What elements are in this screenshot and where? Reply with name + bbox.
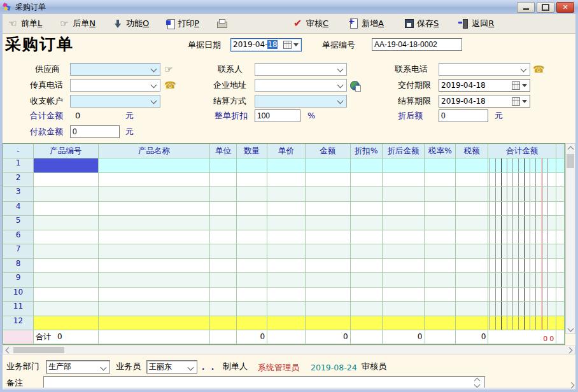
cell-code-row9[interactable] <box>34 273 99 288</box>
cell-tax-row6[interactable] <box>456 230 488 245</box>
cell-taxrate-row4[interactable] <box>425 202 456 216</box>
toolbar-button-prev-doc[interactable]: 前单L <box>6 17 44 31</box>
cell-money-row1[interactable] <box>488 158 556 173</box>
cell-unit-row5[interactable] <box>210 216 237 230</box>
settlement-combo[interactable] <box>255 95 347 108</box>
scroll-left-icon[interactable] <box>6 347 12 354</box>
phone-icon[interactable]: ☎ <box>533 64 544 75</box>
cell-code-row11[interactable] <box>34 302 99 316</box>
doc-no-input[interactable] <box>372 38 462 51</box>
toolbar-button-back[interactable]: 返回R <box>457 17 496 31</box>
cell-money-row4[interactable] <box>488 202 556 216</box>
cell-tax-row2[interactable] <box>456 173 488 188</box>
cell-name-row7[interactable] <box>99 244 211 259</box>
row-header-7[interactable]: 7 <box>3 244 34 259</box>
cell-name-row10[interactable] <box>99 288 211 302</box>
cell-discamt-row6[interactable] <box>383 230 425 245</box>
cell-qty-row12[interactable] <box>237 316 267 331</box>
cell-name-row6[interactable] <box>99 230 211 245</box>
cell-price-row10[interactable] <box>267 288 306 302</box>
cell-unit-row10[interactable] <box>210 288 237 302</box>
grid-corner-cell[interactable]: - <box>3 144 34 158</box>
delivery-deadline-field[interactable]: 2019-04-18 <box>439 79 530 92</box>
cell-unit-row7[interactable] <box>210 244 237 259</box>
cell-qty-row2[interactable] <box>237 173 267 188</box>
vertical-scrollbar[interactable] <box>565 143 575 334</box>
order-discount-input[interactable] <box>255 109 300 122</box>
cell-discamt-row2[interactable] <box>383 173 425 188</box>
cell-tax-row11[interactable] <box>456 302 488 316</box>
cell-disc-row8[interactable] <box>351 259 383 274</box>
salesperson-lookup-dots[interactable]: . . <box>202 363 216 372</box>
toolbar-button-functions[interactable]: 功能O <box>111 17 151 31</box>
toolbar-button-next-doc[interactable]: 后单N <box>58 17 97 31</box>
cell-unit-row4[interactable] <box>210 202 237 216</box>
cell-price-row4[interactable] <box>267 202 306 216</box>
cell-code-row1[interactable] <box>34 158 99 173</box>
cell-price-row11[interactable] <box>267 302 306 316</box>
scroll-up-icon[interactable] <box>568 146 574 153</box>
cell-money-row9[interactable] <box>488 273 556 288</box>
contact-phone-combo[interactable] <box>439 63 530 76</box>
payment-amount-input[interactable] <box>70 125 120 138</box>
scroll-down-icon[interactable] <box>568 326 574 332</box>
cell-money-row6[interactable] <box>488 230 556 245</box>
globe-icon[interactable] <box>350 81 360 90</box>
cell-disc-row4[interactable] <box>351 202 383 216</box>
cell-taxrate-row9[interactable] <box>425 273 456 288</box>
cell-qty-row9[interactable] <box>237 273 267 288</box>
cell-price-row5[interactable] <box>267 216 306 230</box>
doc-date-field[interactable]: 2019-04-18 <box>230 38 302 52</box>
remark-spinner[interactable] <box>474 377 481 387</box>
discounted-amount-input[interactable] <box>439 109 488 122</box>
cell-taxrate-row2[interactable] <box>425 173 456 188</box>
cell-amount-row7[interactable] <box>306 244 351 259</box>
delivery-deadline-picker-button[interactable] <box>512 81 528 90</box>
cell-tax-row5[interactable] <box>456 216 488 230</box>
cell-money-row2[interactable] <box>488 173 556 188</box>
department-combo[interactable]: 生产部 <box>46 360 110 374</box>
cell-tax-row7[interactable] <box>456 244 488 259</box>
cell-unit-row1[interactable] <box>210 158 237 173</box>
cell-amount-row9[interactable] <box>306 273 351 288</box>
cell-discamt-row5[interactable] <box>383 216 425 230</box>
cell-money-row5[interactable] <box>488 216 556 230</box>
cell-discamt-row9[interactable] <box>383 273 425 288</box>
cell-qty-row3[interactable] <box>237 187 267 202</box>
phone-icon[interactable]: ☎ <box>164 80 176 91</box>
row-header-3[interactable]: 3 <box>3 187 34 202</box>
doc-date-picker-button[interactable] <box>283 40 300 49</box>
cell-code-row4[interactable] <box>34 202 99 216</box>
cell-discamt-row7[interactable] <box>383 244 425 259</box>
cell-name-row1[interactable] <box>99 158 211 173</box>
cell-tax-row4[interactable] <box>456 202 488 216</box>
cell-taxrate-row7[interactable] <box>425 244 456 259</box>
cell-code-row12[interactable] <box>34 316 99 331</box>
cell-name-row4[interactable] <box>99 202 211 216</box>
cell-taxrate-row11[interactable] <box>425 302 456 316</box>
cell-discamt-row10[interactable] <box>383 288 425 302</box>
row-header-9[interactable]: 9 <box>3 273 34 288</box>
row-header-2[interactable]: 2 <box>3 173 34 188</box>
cell-qty-row4[interactable] <box>237 202 267 216</box>
cell-discamt-row1[interactable] <box>383 158 425 173</box>
cell-discamt-row8[interactable] <box>383 259 425 274</box>
cell-taxrate-row12[interactable] <box>425 316 456 331</box>
maximize-button[interactable] <box>537 2 554 13</box>
cell-unit-row9[interactable] <box>210 273 237 288</box>
cell-price-row7[interactable] <box>267 244 306 259</box>
toolbar-button-save[interactable]: 保存S <box>402 17 441 31</box>
cell-money-row3[interactable] <box>488 187 556 202</box>
supplier-lookup-hand-icon[interactable]: ☞ <box>164 64 176 75</box>
toolbar-button-print[interactable]: 打印P <box>165 17 201 31</box>
cell-amount-row1[interactable] <box>306 158 351 173</box>
cell-disc-row10[interactable] <box>351 288 383 302</box>
cell-amount-row6[interactable] <box>306 230 351 245</box>
row-header-1[interactable]: 1 <box>3 158 34 173</box>
cell-name-row12[interactable] <box>99 316 211 331</box>
cell-name-row5[interactable] <box>99 216 211 230</box>
cell-tax-row1[interactable] <box>456 158 488 173</box>
close-button[interactable]: ✕ <box>556 2 574 13</box>
cell-code-row3[interactable] <box>34 187 99 202</box>
cell-code-row5[interactable] <box>34 216 99 230</box>
